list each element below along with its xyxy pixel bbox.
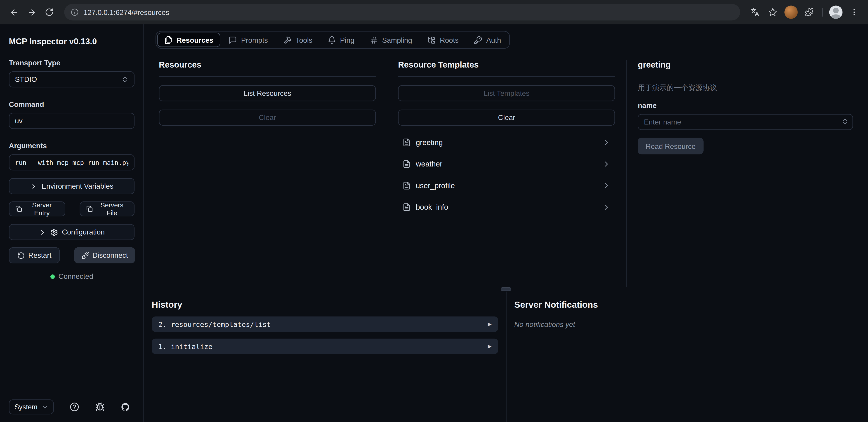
pinned-extension-avatar-icon[interactable]	[784, 5, 798, 19]
tab-tools[interactable]: Tools	[276, 33, 320, 47]
resources-panel: Resources List Resources Clear	[159, 60, 376, 287]
name-input[interactable]	[638, 114, 853, 130]
browser-forward-icon[interactable]	[23, 4, 40, 20]
list-templates-button[interactable]: List Templates	[398, 85, 615, 101]
template-item-user-profile[interactable]: user_profile	[398, 178, 615, 193]
bell-icon	[328, 36, 336, 44]
toolbar-separator	[822, 8, 823, 17]
name-field-label: name	[638, 101, 853, 109]
template-item-greeting[interactable]: greeting	[398, 135, 615, 150]
copy-icon	[16, 205, 22, 213]
file-text-icon	[403, 138, 411, 147]
template-name: weather	[416, 160, 597, 168]
tab-prompts[interactable]: Prompts	[222, 33, 275, 47]
url-text: 127.0.0.1:6274/#resources	[84, 8, 169, 17]
resource-templates-panel: Resource Templates List Templates Clear …	[398, 60, 615, 287]
resource-description: 用于演示的一个资源协议	[638, 83, 853, 93]
app-title: MCP Inspector v0.13.0	[9, 37, 134, 46]
environment-variables-button[interactable]: Environment Variables	[9, 178, 134, 194]
transport-type-label: Transport Type	[9, 59, 134, 67]
tab-label: Resources	[177, 36, 213, 44]
translate-icon[interactable]	[747, 4, 763, 20]
transport-type-value: STDIO	[15, 75, 37, 84]
connection-status: Connected	[9, 272, 134, 281]
notifications-title: Server Notifications	[514, 300, 860, 310]
resource-detail-title: greeting	[638, 60, 853, 69]
help-icon[interactable]	[70, 402, 79, 412]
command-input[interactable]	[9, 113, 134, 129]
arguments-label: Arguments	[9, 142, 134, 150]
tab-label: Auth	[486, 36, 501, 44]
tab-auth[interactable]: Auth	[467, 33, 508, 47]
app-body: MCP Inspector v0.13.0 Transport Type STD…	[0, 24, 868, 422]
key-icon	[474, 36, 483, 44]
horizontal-splitter[interactable]	[144, 287, 868, 292]
history-title: History	[152, 300, 498, 310]
hash-icon	[370, 36, 378, 44]
resource-detail-panel: greeting 用于演示的一个资源协议 name Read Resource	[638, 60, 853, 287]
history-item[interactable]: 2. resources/templates/list ▶	[152, 317, 498, 332]
tab-resources[interactable]: Resources	[157, 33, 221, 47]
tab-label: Sampling	[382, 36, 412, 44]
templates-panel-title: Resource Templates	[398, 60, 615, 77]
read-resource-button[interactable]: Read Resource	[638, 138, 704, 154]
resources-panel-title: Resources	[159, 60, 376, 77]
github-icon[interactable]	[121, 402, 130, 412]
disconnect-button[interactable]: Disconnect	[74, 247, 135, 263]
transport-type-select[interactable]: STDIO	[9, 71, 134, 88]
sidebar: MCP Inspector v0.13.0 Transport Type STD…	[0, 24, 144, 422]
servers-file-button[interactable]: Servers File	[80, 201, 134, 216]
main-area: Resources Prompts Tools Ping Sampling	[144, 24, 868, 422]
server-notifications-panel: Server Notifications No notifications ye…	[506, 292, 868, 422]
browser-menu-icon[interactable]	[846, 4, 862, 20]
tab-label: Prompts	[241, 36, 268, 44]
server-entry-button[interactable]: Server Entry	[9, 201, 65, 216]
clear-templates-button[interactable]: Clear	[398, 109, 615, 126]
template-list: greeting weather user_profile	[398, 135, 615, 215]
file-text-icon	[403, 160, 411, 168]
tab-label: Roots	[440, 36, 459, 44]
template-name: greeting	[416, 138, 597, 147]
panel-resize-divider[interactable]	[626, 60, 627, 287]
tab-bar: Resources Prompts Tools Ping Sampling	[156, 31, 510, 48]
history-item[interactable]: 1. initialize ▶	[152, 338, 498, 354]
hammer-icon	[283, 36, 292, 44]
bug-report-icon[interactable]	[95, 402, 105, 412]
restart-button[interactable]: Restart	[9, 247, 60, 263]
bookmark-star-icon[interactable]	[765, 4, 781, 20]
clear-resources-button[interactable]: Clear	[159, 109, 376, 126]
copy-icon	[86, 205, 93, 213]
configuration-button[interactable]: Configuration	[9, 224, 134, 240]
address-bar[interactable]: 127.0.0.1:6274/#resources	[64, 4, 740, 20]
disconnect-label: Disconnect	[92, 251, 128, 260]
theme-select[interactable]: System	[9, 399, 54, 414]
template-item-book-info[interactable]: book_info	[398, 200, 615, 215]
chevron-right-icon	[30, 182, 37, 190]
history-item-label: 2. resources/templates/list	[158, 320, 271, 328]
template-name: user_profile	[416, 182, 597, 190]
server-entry-label: Server Entry	[25, 201, 59, 217]
browser-reload-icon[interactable]	[41, 4, 57, 20]
resources-tab-content: Resources List Resources Clear Resource …	[144, 49, 868, 287]
extensions-puzzle-icon[interactable]	[801, 4, 817, 20]
template-item-weather[interactable]: weather	[398, 157, 615, 171]
list-resources-button[interactable]: List Resources	[159, 85, 376, 101]
chevron-right-icon	[602, 182, 611, 190]
chevron-down-icon	[41, 404, 48, 410]
chevron-right-icon	[602, 138, 611, 147]
tab-label: Tools	[296, 36, 312, 44]
chevron-right-icon	[39, 228, 46, 236]
browser-back-icon[interactable]	[5, 4, 22, 20]
arguments-input[interactable]	[9, 154, 134, 170]
file-text-icon	[403, 182, 411, 190]
tab-ping[interactable]: Ping	[321, 33, 362, 47]
restart-icon	[17, 252, 25, 259]
site-info-icon[interactable]	[71, 8, 79, 16]
profile-avatar[interactable]	[829, 5, 843, 19]
tab-sampling[interactable]: Sampling	[363, 33, 419, 47]
splitter-handle-icon[interactable]	[501, 287, 511, 291]
tab-roots[interactable]: Roots	[421, 33, 466, 47]
environment-variables-label: Environment Variables	[41, 182, 114, 190]
file-text-icon	[403, 203, 411, 212]
gear-icon	[50, 228, 58, 236]
